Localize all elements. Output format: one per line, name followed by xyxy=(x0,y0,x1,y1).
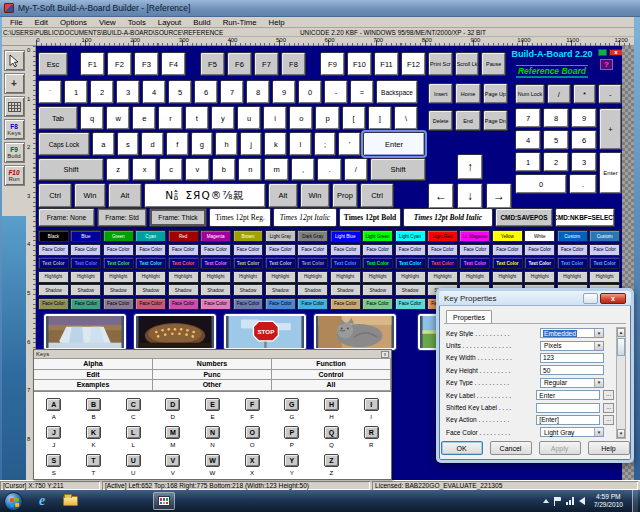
palette-shadow-key[interactable]: Shadow xyxy=(70,284,101,296)
tab-all[interactable]: All xyxy=(272,380,391,391)
key-7[interactable]: 7 xyxy=(220,80,244,104)
hidden-icons-icon[interactable] xyxy=(543,499,549,503)
key-tab[interactable]: Tab xyxy=(38,106,78,130)
palette-face2-color-key[interactable]: Face Color xyxy=(297,298,328,310)
key-numpad-4[interactable]: 4 xyxy=(515,130,541,150)
letter-key-x[interactable]: X xyxy=(245,454,260,467)
palette-face-color-key[interactable]: Face Color xyxy=(233,244,264,256)
field-input-6[interactable] xyxy=(536,403,600,413)
palette-face-color-key[interactable]: Face Color xyxy=(38,244,69,256)
key-f4[interactable]: F4 xyxy=(161,52,186,76)
letter-key-j[interactable]: J xyxy=(46,426,61,439)
palette-text-color-key[interactable]: Text Color xyxy=(38,257,69,269)
key-f1[interactable]: F1 xyxy=(80,52,105,76)
palette-color-yellow[interactable]: Yellow xyxy=(492,230,523,242)
palette-face2-color-key[interactable]: Face Color xyxy=(395,298,426,310)
palette-shadow-key[interactable]: Shadow xyxy=(38,284,69,296)
palette-text-color-key[interactable]: Text Color xyxy=(233,257,264,269)
key-properties-dialog[interactable]: Key Properties x Properties Key Style . … xyxy=(436,288,634,463)
chevron-down-icon[interactable]: ▼ xyxy=(594,329,603,337)
palette-face-color-key[interactable]: Face Color xyxy=(589,244,620,256)
palette-highlight-key[interactable]: Highlight xyxy=(524,271,555,283)
palette-face-color-key[interactable]: Face Color xyxy=(103,244,134,256)
key-numpad-enter[interactable]: Enter xyxy=(599,152,622,194)
letter-key-t[interactable]: T xyxy=(86,454,101,467)
letter-key-c[interactable]: C xyxy=(126,398,141,411)
palette-face-color-key[interactable]: Face Color xyxy=(557,244,588,256)
palette-shadow-key[interactable]: Shadow xyxy=(265,284,296,296)
palette-text-color-key[interactable]: Text Color xyxy=(459,257,490,269)
cat-image-key[interactable] xyxy=(314,314,396,350)
key-numpad-7[interactable]: 7 xyxy=(515,108,541,128)
pointer-tool-button[interactable] xyxy=(4,50,25,71)
key-numpad-num-lock[interactable]: Num Lock xyxy=(515,84,545,104)
taskbar-explorer-button[interactable] xyxy=(59,492,81,510)
key-numpad-0[interactable]: 0 xyxy=(515,174,567,194)
key-[interactable]: = xyxy=(350,80,374,104)
key-f11[interactable]: F11 xyxy=(374,52,399,76)
tab-edit[interactable]: Edit xyxy=(34,370,153,381)
palette-color-dark-gray[interactable]: Dark Gray xyxy=(297,230,328,242)
key-numpad-period[interactable]: . xyxy=(569,174,597,194)
field-input-5[interactable]: Enter xyxy=(536,390,600,400)
palette-text-color-key[interactable]: Text Color xyxy=(362,257,393,269)
dialog-titlebar[interactable]: Key Properties x xyxy=(439,291,631,306)
key-j[interactable]: j xyxy=(240,132,263,156)
field-dropdown-4[interactable]: Regular▼ xyxy=(540,378,604,388)
key-h[interactable]: h xyxy=(215,132,238,156)
key-q[interactable]: q xyxy=(80,106,104,130)
key-numpad-5[interactable]: 5 xyxy=(543,130,569,150)
frame-style-times-12pt-bold[interactable]: Times 12pt Bold xyxy=(339,208,401,227)
tab-examples[interactable]: Examples xyxy=(34,380,153,391)
key-d[interactable]: d xyxy=(141,132,164,156)
volume-icon[interactable] xyxy=(579,497,585,505)
palette-text-color-key[interactable]: Text Color xyxy=(103,257,134,269)
palette-text-color-key[interactable]: Text Color xyxy=(427,257,458,269)
tab-numbers[interactable]: Numbers xyxy=(153,359,272,370)
key-numpad-[interactable]: - xyxy=(598,84,622,104)
key-ctrl[interactable]: Ctrl xyxy=(38,183,72,208)
menu-edit[interactable]: Edit xyxy=(29,18,54,27)
palette-color-black[interactable]: Black xyxy=(38,230,69,242)
palette-shadow-key[interactable]: Shadow xyxy=(297,284,328,296)
letter-key-r[interactable]: R xyxy=(364,426,379,439)
palette-text-color-key[interactable]: Text Color xyxy=(589,257,620,269)
palette-face-color-key[interactable]: Face Color xyxy=(200,244,231,256)
menu-layout[interactable]: Layout xyxy=(152,18,187,27)
palette-face2-color-key[interactable]: Face Color xyxy=(135,298,166,310)
key-y[interactable]: y xyxy=(211,106,235,130)
palette-face-color-key[interactable]: Face Color xyxy=(427,244,458,256)
letter-key-u[interactable]: U xyxy=(126,454,141,467)
ok-button[interactable]: OK xyxy=(441,441,483,455)
key-f5[interactable]: F5 xyxy=(200,52,225,76)
key-f2[interactable]: F2 xyxy=(107,52,132,76)
palette-text-color-key[interactable]: Text Color xyxy=(200,257,231,269)
key-shift[interactable]: Shift xyxy=(370,158,426,181)
key-r[interactable]: r xyxy=(158,106,182,130)
palette-text-color-key[interactable]: Text Color xyxy=(70,257,101,269)
menu-view[interactable]: View xyxy=(93,18,122,27)
dialog-close-button[interactable]: x xyxy=(600,293,626,304)
network-icon[interactable] xyxy=(566,497,574,505)
palette-face2-color-key[interactable]: Face Color xyxy=(362,298,393,310)
board-minimize-button[interactable] xyxy=(598,49,607,56)
menu-file[interactable]: File xyxy=(4,18,29,27)
letter-key-i[interactable]: I xyxy=(364,398,379,411)
action-center-flag-icon[interactable] xyxy=(554,497,561,506)
key-e[interactable]: e xyxy=(132,106,156,130)
key-8[interactable]: 8 xyxy=(246,80,270,104)
taskbar-ie-button[interactable]: e xyxy=(31,492,53,510)
palette-shadow-key[interactable]: Shadow xyxy=(395,284,426,296)
key-numpad-3[interactable]: 3 xyxy=(571,152,597,172)
key-n[interactable]: n xyxy=(238,158,262,181)
key-page-dn[interactable]: Page Dn xyxy=(483,110,508,131)
palette-text-color-key[interactable]: Text Color xyxy=(395,257,426,269)
palette-color-green[interactable]: Green xyxy=(103,230,134,242)
letter-key-l[interactable]: L xyxy=(126,426,141,439)
chevron-down-icon[interactable]: ▼ xyxy=(594,379,603,387)
field-input-3[interactable]: 50 xyxy=(540,365,604,375)
key-backspace[interactable]: Backspace xyxy=(376,80,418,104)
key-end[interactable]: End xyxy=(455,110,480,131)
key-o[interactable]: o xyxy=(289,106,313,130)
ellipsis-button[interactable]: ... xyxy=(603,415,614,425)
